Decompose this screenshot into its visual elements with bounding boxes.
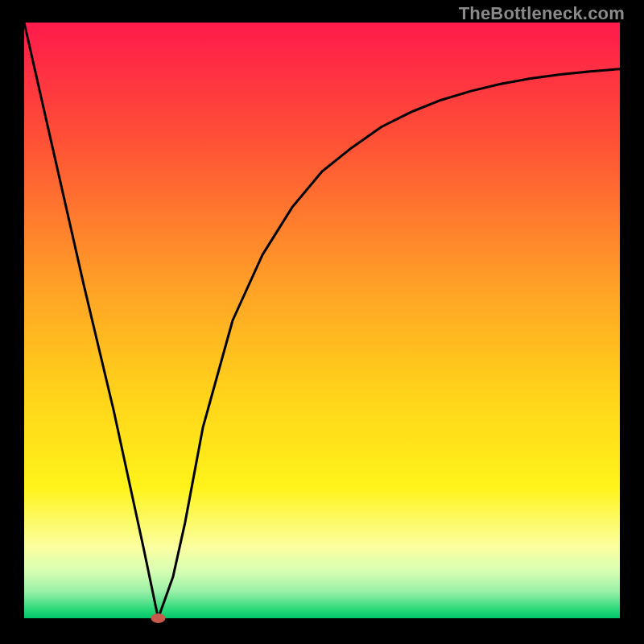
watermark: TheBottleneck.com	[459, 3, 625, 24]
bottleneck-chart	[0, 0, 644, 644]
gradient-background	[24, 23, 620, 618]
chart-frame: { "watermark": "TheBottleneck.com", "cha…	[0, 0, 644, 644]
optimum-marker	[151, 613, 166, 623]
